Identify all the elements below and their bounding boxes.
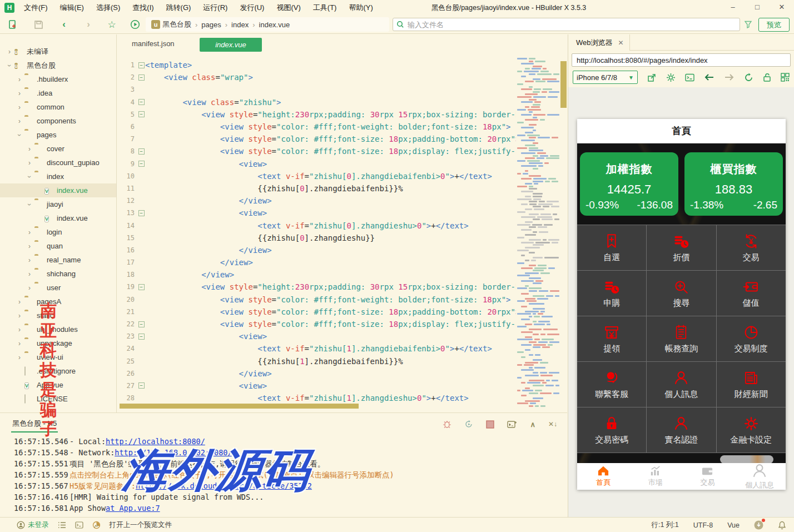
menu-item[interactable]: 编辑(E) <box>54 3 90 13</box>
tree-item-index.vue[interactable]: Vindex.vue <box>0 183 116 197</box>
line-number[interactable]: 10 <box>117 172 137 180</box>
phone-tab-市場[interactable]: 市場 <box>629 463 682 490</box>
fold-marker-icon[interactable]: − <box>137 148 145 155</box>
chevron-right-icon[interactable]: › <box>16 298 23 306</box>
chevron-right-icon[interactable]: › <box>16 354 23 361</box>
tree-item-pagesa[interactable]: ›pagesA <box>0 295 116 309</box>
tree-item-login[interactable]: ›login <box>0 225 116 239</box>
login-status[interactable]: 未登录 <box>17 520 49 530</box>
menu-item[interactable]: 帮助(Y) <box>343 3 379 13</box>
refresh-icon[interactable] <box>744 73 753 82</box>
tree-item-quan[interactable]: ›quan <box>0 239 116 253</box>
grid-item-自選[interactable]: 自選 <box>577 225 646 270</box>
grid-item-實名認證[interactable]: 實名認證 <box>647 407 716 453</box>
tree-item-components[interactable]: ›components <box>0 114 116 128</box>
grid-item-財經新聞[interactable]: 財經新聞 <box>717 362 786 407</box>
search-input[interactable] <box>408 21 736 29</box>
line-number[interactable]: 5 <box>117 111 137 118</box>
maximize-button[interactable]: □ <box>745 0 770 16</box>
line-number[interactable]: 27 <box>117 382 137 390</box>
console-link[interactable]: at App.vue:7 <box>106 504 160 515</box>
tree-item-app.vue[interactable]: VApp.vue <box>0 378 116 392</box>
new-file-button[interactable] <box>7 18 19 31</box>
terminal-status-icon[interactable] <box>75 521 83 529</box>
line-number[interactable]: 28 <box>117 394 137 402</box>
close-button[interactable]: ✕ <box>770 0 794 16</box>
tree-item-uview-ui[interactable]: ›uview-ui <box>0 350 116 364</box>
fold-marker-icon[interactable]: − <box>137 284 145 290</box>
preview-history-icon[interactable] <box>92 521 101 529</box>
chevron-right-icon[interactable]: › <box>16 117 23 125</box>
tab-index-vue[interactable]: index.vue <box>200 38 262 52</box>
settings-gear-icon[interactable] <box>666 73 676 82</box>
breadcrumb[interactable]: u 黑色台股›pages›index›index.vue <box>146 17 389 32</box>
breadcrumb-item[interactable]: pages <box>201 21 221 29</box>
menu-item[interactable]: 视图(V) <box>270 3 306 13</box>
console-tab[interactable]: 黑色台股 - H5 <box>11 417 58 432</box>
tree-item-[interactable]: ›u黑色台股 <box>0 58 116 72</box>
chevron-down-icon[interactable]: › <box>26 173 33 181</box>
breadcrumb-item[interactable]: index <box>231 21 249 29</box>
menu-item[interactable]: 发行(U) <box>234 3 270 13</box>
stop-icon[interactable] <box>486 420 494 429</box>
chevron-right-icon[interactable]: › <box>26 228 33 236</box>
line-number[interactable]: 12 <box>117 197 137 205</box>
nav-back-icon[interactable] <box>704 73 714 81</box>
grid-item-搜尋[interactable]: 搜尋 <box>647 271 716 316</box>
grid-item-聯繫客服[interactable]: 聯繫客服 <box>577 362 646 407</box>
chevron-right-icon[interactable]: › <box>26 270 33 278</box>
breadcrumb-item[interactable]: index.vue <box>259 21 290 29</box>
back-button[interactable]: ‹ <box>58 18 70 31</box>
fold-marker-icon[interactable]: − <box>137 334 145 340</box>
line-number[interactable]: 16 <box>117 246 137 254</box>
vertical-scrollbar-thumb[interactable] <box>560 61 567 108</box>
tree-item-common[interactable]: ›common <box>0 100 116 114</box>
chevron-right-icon[interactable]: › <box>26 242 33 250</box>
tree-item-.hbuilderx[interactable]: ›.hbuilderx <box>0 72 116 86</box>
minimize-button[interactable]: – <box>721 0 745 16</box>
grid-item-個人訊息[interactable]: 個人訊息 <box>647 362 716 407</box>
minimap[interactable] <box>516 58 559 407</box>
favorite-star-icon[interactable]: ☆ <box>106 18 118 31</box>
chevron-right-icon[interactable]: › <box>26 159 33 167</box>
console-link[interactable]: http://192.168.0.102:8080/ <box>115 448 232 459</box>
line-number[interactable]: 23 <box>117 332 137 340</box>
filter-funnel-icon[interactable] <box>744 20 752 28</box>
close-tab-icon[interactable]: ✕ <box>618 39 624 47</box>
run-button[interactable] <box>129 18 141 31</box>
chevron-down-icon[interactable]: › <box>16 131 23 139</box>
tree-item-shichang[interactable]: ›shichang <box>0 267 116 281</box>
chevron-right-icon[interactable]: › <box>26 284 33 292</box>
line-number[interactable]: 24 <box>117 345 137 352</box>
tree-item-cover[interactable]: ›cover <box>0 142 116 156</box>
line-number[interactable]: 7 <box>117 135 137 143</box>
open-previous-preview[interactable]: 打开上一个预览文件 <box>110 520 172 530</box>
chevron-right-icon[interactable]: › <box>6 48 13 56</box>
menu-item[interactable]: 运行(R) <box>197 3 234 13</box>
console-link[interactable]: http://localhost:8080/ <box>106 437 205 448</box>
debug-bug-icon[interactable] <box>443 420 451 429</box>
line-number[interactable]: 2 <box>117 73 137 81</box>
tree-item-jiaoyi[interactable]: ›jiaoyi <box>0 197 116 211</box>
line-number[interactable]: 8 <box>117 147 137 155</box>
forward-button[interactable]: › <box>82 18 95 31</box>
phone-tab-交易[interactable]: 交易 <box>682 463 734 490</box>
chevron-right-icon[interactable]: › <box>16 103 23 111</box>
chevron-right-icon[interactable]: › <box>16 326 23 334</box>
line-number[interactable]: 15 <box>117 234 137 242</box>
tree-item-index[interactable]: ›index <box>0 170 116 183</box>
cursor-position[interactable]: 行:1 列:1 <box>651 520 678 530</box>
new-terminal-icon[interactable] <box>507 420 517 429</box>
grid-item-金融卡設定[interactable]: 金融卡設定 <box>717 407 786 453</box>
file-search-box[interactable] <box>393 18 740 31</box>
index-card[interactable]: 加權指數14425.7-0.93%-136.08 <box>580 152 678 216</box>
line-number[interactable]: 6 <box>117 123 137 131</box>
chevron-right-icon[interactable]: › <box>26 256 33 264</box>
fold-marker-icon[interactable]: − <box>137 62 145 68</box>
line-number[interactable]: 3 <box>117 86 137 93</box>
index-card[interactable]: 櫃買指數188.83-1.38%-2.65 <box>684 152 783 216</box>
tree-item-discount_gupiao[interactable]: ›discount_gupiao <box>0 156 116 170</box>
tree-item-static[interactable]: ›static <box>0 309 116 322</box>
project-explorer[interactable]: ›u未编译›u黑色台股›.hbuilderx›.idea›common›comp… <box>0 34 117 412</box>
menu-item[interactable]: 选择(S) <box>90 3 126 13</box>
